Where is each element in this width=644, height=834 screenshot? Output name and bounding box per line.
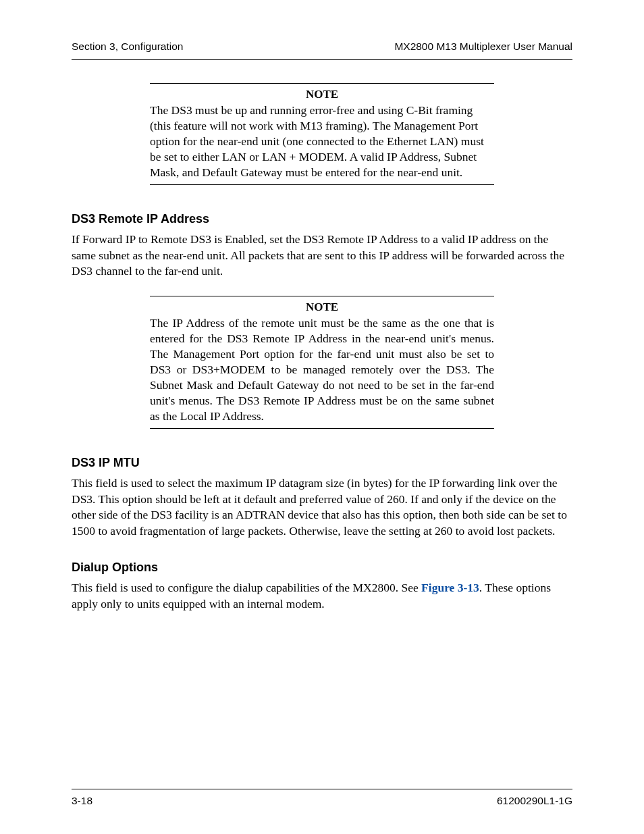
page-footer: 3-18 61200290L1-1G: [72, 789, 572, 807]
note-box-1: NOTE The DS3 must be up and running erro…: [150, 83, 494, 185]
footer-document-id: 61200290L1-1G: [497, 795, 572, 807]
document-page: Section 3, Configuration MX2800 M13 Mult…: [0, 0, 644, 834]
header-manual-title: MX2800 M13 Multiplexer User Manual: [394, 41, 572, 53]
paragraph-dialup-options: This field is used to configure the dial…: [72, 580, 572, 612]
note-box-2: NOTE The IP Address of the remote unit m…: [150, 296, 494, 429]
header-section: Section 3, Configuration: [72, 41, 183, 53]
paragraph-ds3-remote-ip: If Forward IP to Remote DS3 is Enabled, …: [72, 232, 572, 279]
paragraph-ds3-ip-mtu: This field is used to select the maximum…: [72, 475, 572, 539]
note-body: The IP Address of the remote unit must b…: [150, 315, 494, 425]
figure-3-13-link[interactable]: Figure 3-13: [421, 581, 479, 594]
page-header: Section 3, Configuration MX2800 M13 Mult…: [72, 41, 572, 60]
note-title: NOTE: [150, 88, 494, 101]
heading-dialup-options: Dialup Options: [72, 561, 572, 575]
heading-ds3-remote-ip: DS3 Remote IP Address: [72, 212, 572, 226]
dialup-text-pre: This field is used to configure the dial…: [72, 581, 421, 594]
note-title: NOTE: [150, 301, 494, 314]
note-body: The DS3 must be up and running error-fre…: [150, 103, 494, 180]
heading-ds3-ip-mtu: DS3 IP MTU: [72, 456, 572, 470]
footer-page-number: 3-18: [72, 795, 92, 807]
